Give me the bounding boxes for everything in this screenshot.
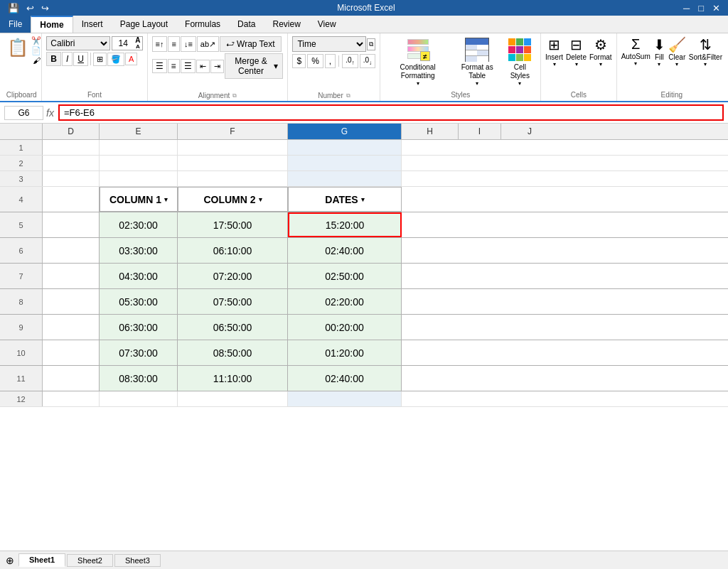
table-cell-dates-5[interactable]: 01:20:00 — [288, 340, 402, 365]
table-cell-col1-2[interactable]: 04:30:00 — [100, 264, 178, 288]
font-size-input[interactable] — [112, 38, 134, 49]
font-color-button[interactable]: A — [125, 53, 137, 65]
cell-e1[interactable] — [100, 140, 178, 155]
cell-d7-empty[interactable] — [43, 264, 100, 288]
cell-e3[interactable] — [100, 171, 178, 186]
table-cell-col2-3[interactable]: 07:50:00 — [178, 289, 288, 314]
font-family-select[interactable]: Calibri — [46, 36, 110, 50]
sort-filter-button[interactable]: ⇅ Sort&Filter ▾ — [689, 36, 722, 67]
conditional-formatting-button[interactable]: ≠ Conditional Formatting ▾ — [386, 36, 449, 87]
cell-d8-empty[interactable] — [43, 289, 100, 314]
align-left-button[interactable]: ☰ — [152, 59, 167, 73]
table-cell-col2-2[interactable]: 07:20:00 — [178, 264, 288, 288]
number-format-expand[interactable]: ⧉ — [367, 38, 375, 50]
tab-review[interactable]: Review — [264, 16, 309, 33]
col-header-d[interactable]: D — [43, 124, 100, 139]
cell-d9-empty[interactable] — [43, 315, 100, 340]
underline-button[interactable]: U — [73, 52, 88, 66]
increase-indent-button[interactable]: ⇥ — [210, 60, 224, 73]
add-sheet-button[interactable]: ⊕ — [3, 555, 17, 566]
table-cell-col2-4[interactable]: 06:50:00 — [178, 315, 288, 340]
table-cell-dates-6[interactable]: 02:40:00 — [288, 366, 402, 391]
col1-filter-arrow[interactable]: ▾ — [164, 196, 168, 203]
close-button[interactable]: ✕ — [710, 1, 722, 15]
increase-decimal-button[interactable]: .0↑ — [342, 54, 358, 68]
cell-d11-empty[interactable] — [43, 366, 100, 391]
fill-color-button[interactable]: 🪣 — [107, 53, 124, 66]
maximize-button[interactable]: □ — [696, 1, 706, 15]
decrease-decimal-button[interactable]: .0↓ — [360, 54, 376, 68]
bold-button[interactable]: B — [46, 52, 61, 66]
cell-d5-empty[interactable] — [43, 212, 100, 237]
clear-button[interactable]: 🧹 Clear ▾ — [668, 36, 686, 67]
fill-button[interactable]: ⬇ Fill ▾ — [653, 36, 665, 67]
table-cell-dates-1[interactable]: 02:40:00 — [288, 238, 402, 263]
redo-button[interactable]: ↪ — [39, 1, 51, 15]
col-header-e[interactable]: E — [100, 124, 178, 139]
merge-center-button[interactable]: Merge & Center ▾ — [225, 53, 284, 79]
border-button[interactable]: ⊞ — [93, 53, 107, 66]
table-cell-col2-6[interactable]: 11:10:00 — [178, 366, 288, 391]
format-cells-button[interactable]: ⚙ Format ▾ — [589, 36, 612, 67]
cell-d1[interactable] — [43, 140, 100, 155]
sum-button[interactable]: Σ AutoSum ▾ — [621, 36, 651, 67]
table-cell-col2-5[interactable]: 08:50:00 — [178, 340, 288, 365]
align-top-left-button[interactable]: ≡↑ — [152, 36, 168, 52]
cell-e2[interactable] — [100, 156, 178, 170]
align-center-button[interactable]: ≡ — [168, 59, 180, 73]
save-button[interactable]: 💾 — [6, 1, 21, 15]
col-header-i[interactable]: I — [459, 124, 501, 139]
cut-button[interactable]: ✂️ — [31, 36, 41, 45]
cell-f3[interactable] — [178, 171, 288, 186]
cell-g3[interactable] — [288, 171, 402, 186]
table-header-col2[interactable]: COLUMN 2 ▾ — [178, 187, 288, 212]
table-cell-col2-0[interactable]: 17:50:00 — [178, 212, 288, 237]
formula-input[interactable] — [58, 104, 724, 121]
format-painter-button[interactable]: 🖌 — [31, 56, 41, 65]
tab-view[interactable]: View — [309, 16, 345, 33]
col-header-j[interactable]: J — [501, 124, 558, 139]
cell-f1[interactable] — [178, 140, 288, 155]
tab-formulas[interactable]: Formulas — [176, 16, 229, 33]
align-top-center-button[interactable]: ≡ — [168, 36, 179, 52]
delete-cells-button[interactable]: ⊟ Delete ▾ — [566, 36, 587, 67]
table-cell-dates-4[interactable]: 00:20:00 — [288, 315, 402, 340]
cell-d6-empty[interactable] — [43, 238, 100, 263]
cell-g2[interactable] — [288, 156, 402, 170]
paste-button[interactable]: 📋 — [6, 36, 30, 59]
font-size-decrease-button[interactable]: A — [134, 44, 141, 50]
tab-data[interactable]: Data — [229, 16, 264, 33]
table-cell-col1-3[interactable]: 05:30:00 — [100, 289, 178, 314]
table-header-dates[interactable]: DATES ▾ — [288, 187, 402, 212]
minimize-button[interactable]: ─ — [681, 1, 692, 15]
table-cell-col1-1[interactable]: 03:30:00 — [100, 238, 178, 263]
tab-home[interactable]: Home — [31, 16, 73, 33]
table-cell-dates-3[interactable]: 02:20:00 — [288, 289, 402, 314]
cell-d2[interactable] — [43, 156, 100, 170]
format-as-table-button[interactable]: Format as Table ▾ — [455, 36, 500, 87]
cell-f2[interactable] — [178, 156, 288, 170]
wrap-text-button[interactable]: ⮐ Wrap Text — [220, 36, 282, 52]
table-cell-col1-4[interactable]: 06:30:00 — [100, 315, 178, 340]
table-cell-col1-5[interactable]: 07:30:00 — [100, 340, 178, 365]
orientation-button[interactable]: ab↗ — [197, 36, 219, 52]
table-header-col1[interactable]: COLUMN 1 ▾ — [100, 187, 178, 212]
number-expand-icon[interactable]: ⧉ — [346, 92, 350, 99]
sheet-tab-sheet3[interactable]: Sheet3 — [114, 554, 161, 567]
sheet-tab-sheet1[interactable]: Sheet1 — [18, 553, 65, 567]
col-header-f[interactable]: F — [178, 124, 288, 139]
cell-d3[interactable] — [43, 171, 100, 186]
col2-filter-arrow[interactable]: ▾ — [259, 196, 262, 203]
insert-cells-button[interactable]: ⊞ Insert ▾ — [545, 36, 563, 67]
table-cell-col1-0[interactable]: 02:30:00 — [100, 212, 178, 237]
copy-button[interactable]: 📄 — [31, 46, 41, 55]
table-cell-dates-0[interactable]: 15:20:00 — [288, 212, 402, 237]
number-format-select[interactable]: Time — [292, 36, 366, 52]
tab-insert[interactable]: Insert — [73, 16, 112, 33]
cell-g1[interactable] — [288, 140, 402, 155]
cell-styles-button[interactable]: Cell Styles ▾ — [505, 36, 535, 87]
col-header-g[interactable]: G — [288, 124, 402, 139]
tab-page-layout[interactable]: Page Layout — [112, 16, 176, 33]
cell-d10-empty[interactable] — [43, 340, 100, 365]
table-cell-col2-1[interactable]: 06:10:00 — [178, 238, 288, 263]
